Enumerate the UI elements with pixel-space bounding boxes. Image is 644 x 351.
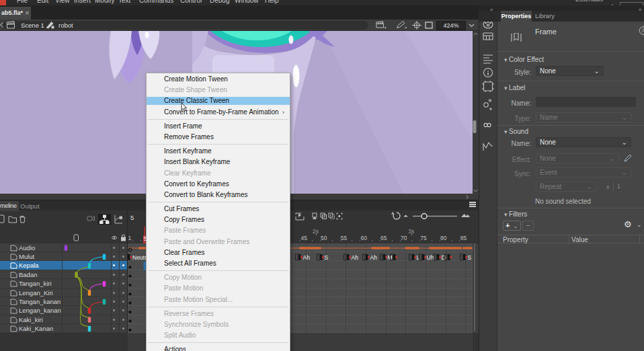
svg-text:S: S: [468, 254, 472, 261]
svg-text:Ah: Ah: [303, 254, 311, 261]
svg-text:Neutr: Neutr: [132, 254, 147, 261]
svg-text:S: S: [325, 254, 329, 261]
svg-text:Uh: Uh: [427, 254, 434, 261]
svg-text:Ah: Ah: [370, 254, 378, 261]
svg-text:Ah: Ah: [352, 254, 359, 261]
